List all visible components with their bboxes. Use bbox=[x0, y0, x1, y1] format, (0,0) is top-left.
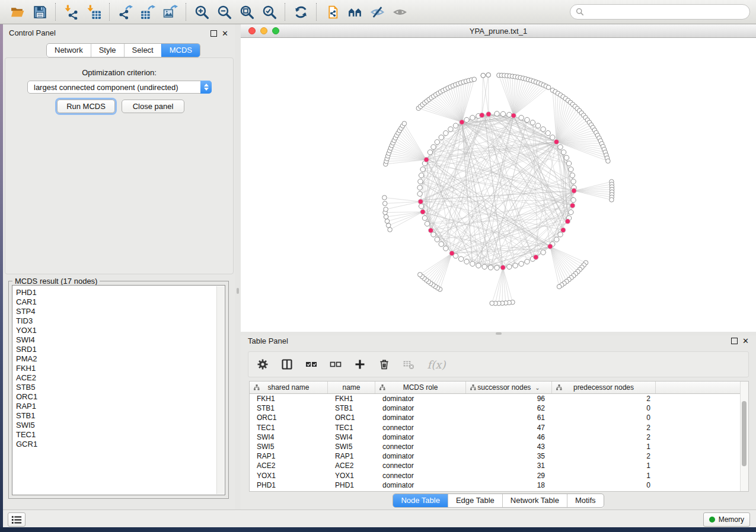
table-scrollbar[interactable] bbox=[740, 382, 748, 491]
mcds-result-item[interactable]: TEC1 bbox=[12, 430, 225, 440]
mcds-hub-node[interactable] bbox=[561, 227, 566, 232]
table-cell[interactable]: 0 bbox=[552, 414, 656, 422]
horizontal-splitter[interactable] bbox=[241, 332, 756, 335]
ring-node[interactable] bbox=[417, 191, 422, 196]
mcds-result-item[interactable]: ACE2 bbox=[12, 373, 225, 383]
mcds-list-scrollbar[interactable] bbox=[216, 286, 224, 494]
table-cell[interactable]: connector bbox=[375, 424, 466, 432]
mcds-result-item[interactable]: SWI5 bbox=[12, 421, 225, 430]
show-all-button[interactable] bbox=[391, 2, 409, 21]
mcds-hub-node[interactable] bbox=[420, 209, 425, 214]
table-row[interactable]: ORC1ORC1dominator610 bbox=[250, 413, 748, 422]
table-cell[interactable]: 1 bbox=[552, 443, 656, 451]
leaf-node[interactable] bbox=[385, 219, 390, 224]
table-row[interactable]: RAP1RAP1dominator352 bbox=[250, 451, 748, 461]
table-row[interactable]: STB1STB1dominator620 bbox=[250, 403, 748, 413]
table-cell[interactable]: 35 bbox=[466, 452, 552, 460]
ring-node[interactable] bbox=[535, 123, 540, 128]
leaf-node[interactable] bbox=[384, 207, 388, 212]
ring-node[interactable] bbox=[439, 242, 444, 246]
mcds-hub-node[interactable] bbox=[428, 228, 433, 233]
ring-node[interactable] bbox=[495, 111, 499, 116]
zoom-in-button[interactable] bbox=[193, 2, 210, 21]
leaf-node[interactable] bbox=[610, 197, 614, 202]
mcds-result-item[interactable]: TID3 bbox=[12, 316, 225, 326]
ring-node[interactable] bbox=[525, 259, 529, 264]
table-cell[interactable]: 1 bbox=[552, 472, 656, 480]
optimization-criterion-select[interactable]: largest connected component (undirected) bbox=[27, 81, 212, 94]
table-cell[interactable]: RAP1 bbox=[328, 452, 375, 460]
table-cell[interactable]: connector bbox=[375, 443, 466, 451]
close-panel-icon[interactable]: ✕ bbox=[222, 31, 228, 37]
scrollbar-thumb[interactable] bbox=[742, 401, 747, 466]
mcds-result-item[interactable]: YOX1 bbox=[12, 326, 225, 335]
table-cell[interactable]: 31 bbox=[466, 462, 552, 470]
ring-node[interactable] bbox=[525, 117, 529, 122]
table-cell[interactable]: YOX1 bbox=[250, 472, 328, 480]
sort-desc-icon[interactable]: ⌄ bbox=[535, 384, 540, 391]
ring-node[interactable] bbox=[482, 264, 487, 269]
mcds-result-item[interactable]: PHD1 bbox=[12, 288, 225, 297]
table-cell[interactable]: 43 bbox=[466, 443, 552, 451]
column-header-shared-name[interactable]: shared name bbox=[250, 382, 328, 393]
mcds-hub-node[interactable] bbox=[511, 113, 516, 118]
splitter-grip[interactable] bbox=[496, 332, 502, 335]
table-cell[interactable]: 2 bbox=[552, 452, 656, 460]
ring-node[interactable] bbox=[470, 261, 475, 266]
mcds-hub-node[interactable] bbox=[460, 120, 464, 124]
mcds-result-item[interactable]: CAR1 bbox=[12, 297, 225, 307]
splitter-grip[interactable] bbox=[237, 288, 239, 294]
leaf-node[interactable] bbox=[557, 284, 562, 289]
table-cell[interactable]: FKH1 bbox=[328, 395, 375, 403]
ring-node[interactable] bbox=[458, 257, 463, 261]
tab-node-table[interactable]: Node Table bbox=[393, 494, 448, 507]
table-cell[interactable]: ORC1 bbox=[328, 414, 375, 422]
ring-node[interactable] bbox=[564, 155, 569, 160]
search-box[interactable] bbox=[570, 4, 750, 20]
leaf-node[interactable] bbox=[382, 196, 387, 200]
mcds-result-item[interactable]: STB1 bbox=[12, 411, 225, 421]
float-panel-icon[interactable] bbox=[731, 338, 738, 344]
mcds-hub-node[interactable] bbox=[565, 219, 570, 223]
table-cell[interactable]: ORC1 bbox=[250, 414, 328, 422]
table-cell[interactable]: STB1 bbox=[328, 404, 375, 412]
vertical-splitter[interactable] bbox=[235, 24, 241, 509]
table-row[interactable]: SWI5SWI5connector431 bbox=[250, 442, 748, 451]
table-cell[interactable]: 1 bbox=[552, 462, 656, 470]
mcds-hub-node[interactable] bbox=[572, 188, 576, 193]
ring-node[interactable] bbox=[519, 115, 524, 120]
ring-node[interactable] bbox=[417, 185, 422, 190]
ring-node[interactable] bbox=[571, 179, 576, 184]
ring-node[interactable] bbox=[470, 115, 475, 120]
close-panel-icon[interactable]: ✕ bbox=[742, 338, 749, 344]
leaf-node[interactable] bbox=[402, 121, 407, 126]
tab-edge-table[interactable]: Edge Table bbox=[448, 494, 502, 507]
select-all-button[interactable] bbox=[305, 358, 318, 371]
tab-style[interactable]: Style bbox=[91, 44, 124, 57]
ring-node[interactable] bbox=[488, 265, 493, 270]
mcds-result-item[interactable]: RAP1 bbox=[12, 402, 225, 411]
table-cell[interactable]: 29 bbox=[466, 472, 552, 480]
table-cell[interactable]: dominator bbox=[375, 452, 466, 460]
table-cell[interactable]: 46 bbox=[466, 433, 552, 441]
table-cell[interactable]: 18 bbox=[466, 481, 552, 489]
leaf-node[interactable] bbox=[417, 273, 422, 277]
leaf-node[interactable] bbox=[382, 201, 387, 206]
leaf-node[interactable] bbox=[486, 73, 491, 78]
zoom-fit-button[interactable] bbox=[238, 2, 256, 21]
column-header-name[interactable]: name bbox=[328, 382, 375, 393]
mcds-result-item[interactable]: STB5 bbox=[12, 383, 225, 392]
mcds-result-item[interactable]: STP4 bbox=[12, 307, 225, 316]
table-cell[interactable]: connector bbox=[375, 472, 466, 480]
table-cell[interactable]: ACE2 bbox=[328, 462, 375, 470]
ring-node[interactable] bbox=[444, 246, 448, 251]
leaf-node[interactable] bbox=[606, 159, 611, 164]
table-cell[interactable]: 61 bbox=[466, 414, 552, 422]
zoom-out-button[interactable] bbox=[215, 2, 233, 21]
table-cell[interactable]: dominator bbox=[375, 404, 466, 412]
mcds-result-item[interactable]: GCR1 bbox=[12, 440, 225, 449]
deselect-all-button[interactable] bbox=[329, 358, 342, 371]
close-panel-button[interactable]: Close panel bbox=[122, 100, 184, 113]
ring-node[interactable] bbox=[476, 263, 481, 268]
tab-mcds[interactable]: MCDS bbox=[161, 44, 200, 57]
